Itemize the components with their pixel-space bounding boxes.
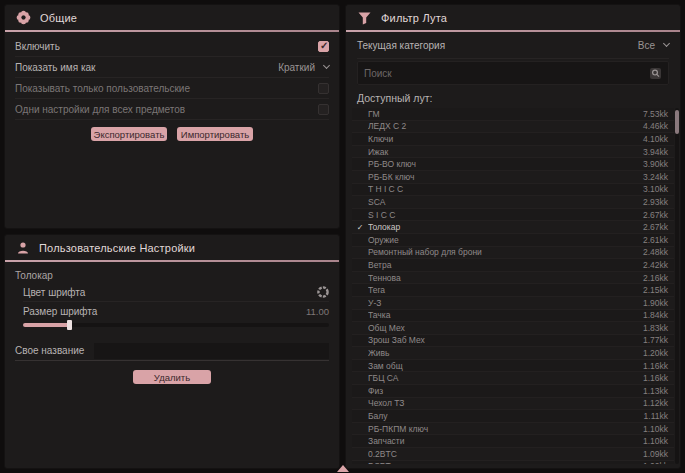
loot-item-value: 1.10kk [643, 424, 674, 434]
same-settings-label: Одни настройки для всех предметов [15, 104, 185, 115]
check-icon: ✓ [352, 223, 368, 232]
loot-list-item[interactable]: ✓ ГБЦ СА 1.16kk [352, 372, 674, 385]
loot-list-item[interactable]: ✓ Чехол ТЗ 1.12kk [352, 398, 674, 411]
loot-list-item[interactable]: ✓ ГМ 7.53kk [352, 108, 674, 121]
setting-row-enable: Включить [15, 36, 329, 57]
loot-item-value: 3.94kk [643, 147, 674, 157]
loot-list-item[interactable]: ✓ ЛЕДХ С 2 4.46kk [352, 121, 674, 134]
search-icon[interactable] [649, 67, 662, 80]
loot-list-item[interactable]: ✓ Физ 1.13kk [352, 385, 674, 398]
loot-item-value: 2.67kk [643, 222, 674, 232]
category-dropdown[interactable]: Все [638, 40, 669, 51]
font-size-slider[interactable] [23, 323, 329, 327]
custom-name-label: Свое название [15, 345, 84, 356]
loot-list-item[interactable]: ✓ У-З 1.90kk [352, 297, 674, 310]
collapse-handle-icon[interactable] [337, 465, 349, 472]
loot-list-item[interactable]: ✓ S I C C 2.67kk [352, 209, 674, 222]
loot-item-value: 1.09kk [643, 449, 674, 459]
loot-item-name: РБ-ВО ключ [368, 159, 643, 169]
settings-page: Общие Включить Показать имя как Краткий … [0, 0, 685, 473]
loot-list: ✓ ГМ 7.53kk ✓ ЛЕДХ С 2 4.46kk ✓ Ключи 4.… [352, 108, 679, 464]
loot-list-item[interactable]: ✓ РБ-БК ключ 3.24kk [352, 171, 674, 184]
loot-item-value: 2.61kk [643, 235, 674, 245]
loot-list-item[interactable]: ✓ Запчасти 1.10kk [352, 435, 674, 448]
loot-list-item[interactable]: ✓ Балу 1.11kk [352, 410, 674, 423]
loot-item-value: 1.13kk [643, 386, 674, 396]
only-custom-label: Показывать только пользовательские [15, 83, 190, 94]
only-custom-checkbox[interactable] [318, 83, 329, 94]
loot-list-item[interactable]: ✓ Живь 1.20kk [352, 347, 674, 360]
loot-item-value: 2.93kk [643, 197, 674, 207]
category-value: Все [638, 40, 655, 51]
loot-item-value: 1.16kk [643, 373, 674, 383]
color-wheel-icon[interactable] [317, 286, 329, 298]
loot-filter-title: Фильтр Лута [381, 12, 447, 24]
category-row: Текущая категория Все [357, 32, 669, 59]
slider-thumb[interactable] [67, 320, 72, 330]
loot-list-item[interactable]: ✓ DSPT 1.00kk [352, 461, 674, 464]
right-column: Фильтр Лута Текущая категория Все [345, 4, 681, 469]
loot-item-value: 2.16kk [643, 273, 674, 283]
loot-item-value: 1.16kk [643, 361, 674, 371]
loot-item-name: Зам общ [368, 361, 643, 371]
loot-item-name: Ветра [368, 260, 643, 270]
loot-list-item[interactable]: ✓ Тега 2.15kk [352, 284, 674, 297]
loot-list-item[interactable]: ✓ Зрош Заб Мех 1.77kk [352, 335, 674, 348]
loot-item-value: 1.20kk [643, 348, 674, 358]
loot-list-item[interactable]: ✓ РБ-ПКПМ ключ 1.10kk [352, 423, 674, 436]
loot-list-item[interactable]: ✓ Общ Мех 1.83kk [352, 322, 674, 335]
loot-list-item[interactable]: ✓ SCA 2.93kk [352, 196, 674, 209]
loot-list-item[interactable]: ✓ Ижак 3.94kk [352, 146, 674, 159]
gear-flower-icon [16, 10, 31, 25]
search-row [357, 61, 669, 85]
loot-item-value: 1.83kk [643, 323, 674, 333]
delete-button[interactable]: Удалить [133, 370, 211, 384]
loot-item-name: Ключи [368, 134, 643, 144]
export-import-buttons: Экспортировать Импортировать [5, 127, 339, 141]
scrollbar-thumb[interactable] [675, 110, 679, 134]
search-input[interactable] [364, 68, 649, 79]
export-button[interactable]: Экспортировать [91, 127, 167, 141]
setting-row-only-custom: Показывать только пользовательские [15, 78, 329, 99]
loot-list-item[interactable]: ✓ Ключи 4.10kk [352, 133, 674, 146]
loot-list-item[interactable]: ✓ РБ-ВО ключ 3.90kk [352, 158, 674, 171]
header-separator [5, 30, 339, 32]
loot-item-name: Чехол ТЗ [368, 398, 643, 408]
enable-label: Включить [15, 41, 60, 52]
loot-list-item[interactable]: ✓ Теннова 2.16kk [352, 272, 674, 285]
loot-item-value: 3.10kk [643, 184, 674, 194]
custom-name-input[interactable] [94, 343, 329, 359]
enable-checkbox[interactable] [318, 41, 329, 52]
slider-fill [23, 323, 69, 327]
chevron-down-icon [323, 62, 330, 69]
font-color-row: Цвет шрифта [23, 283, 329, 302]
name-mode-dropdown[interactable]: Краткий [278, 62, 329, 73]
loot-list-item[interactable]: ✓ 0.2BTC 1.09kk [352, 448, 674, 461]
import-button[interactable]: Импортировать [177, 127, 253, 141]
general-panel-title: Общие [40, 12, 77, 24]
available-loot-label: Доступный лут: [357, 92, 669, 104]
setting-row-same-settings: Одни настройки для всех предметов [15, 99, 329, 120]
loot-list-item[interactable]: ✓ Оружие 2.61kk [352, 234, 674, 247]
user-settings-title: Пользовательские Настройки [39, 242, 195, 254]
loot-list-item[interactable]: ✓ Ремонтный набор для брони 2.48kk [352, 247, 674, 260]
loot-item-value: 1.90kk [643, 298, 674, 308]
loot-list-item[interactable]: ✓ Тачка 1.84kk [352, 310, 674, 323]
name-mode-label: Показать имя как [15, 62, 95, 73]
loot-list-item[interactable]: ✓ T H I C C 3.10kk [352, 184, 674, 197]
loot-item-name: Запчасти [368, 436, 643, 446]
user-settings-icon [16, 241, 30, 255]
loot-list-item[interactable]: ✓ Ветра 2.42kk [352, 259, 674, 272]
loot-item-value: 4.10kk [643, 134, 674, 144]
loot-list-item[interactable]: ✓ Зам общ 1.16kk [352, 360, 674, 373]
loot-item-name: У-З [368, 298, 643, 308]
loot-filter-panel: Фильтр Лута Текущая категория Все [345, 4, 681, 469]
same-settings-checkbox[interactable] [318, 104, 329, 115]
setting-row-name-mode: Показать имя как Краткий [15, 57, 329, 78]
loot-item-value: 1.11kk [644, 411, 674, 421]
loot-rows: ✓ ГМ 7.53kk ✓ ЛЕДХ С 2 4.46kk ✓ Ключи 4.… [352, 108, 674, 464]
chevron-down-icon [663, 40, 670, 47]
loot-list-scrollbar[interactable] [675, 108, 679, 464]
loot-list-item[interactable]: ✓ Толокар 2.67kk [352, 221, 674, 234]
loot-item-name: Толокар [368, 222, 643, 232]
